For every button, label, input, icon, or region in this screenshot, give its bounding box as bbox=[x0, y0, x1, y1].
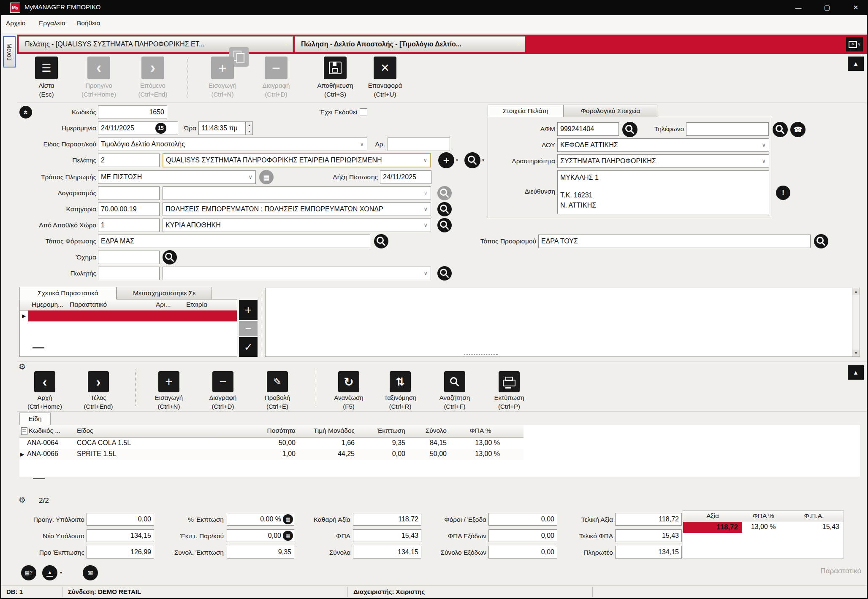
minimize-button[interactable]: — bbox=[789, 2, 808, 13]
customer-code-field[interactable]: 2 bbox=[98, 154, 160, 167]
salesman-code-field[interactable] bbox=[98, 267, 160, 280]
gear-icon[interactable]: ⚙ bbox=[19, 362, 26, 372]
location-pin-icon[interactable]: ! bbox=[776, 186, 790, 200]
search-warehouse-icon[interactable] bbox=[437, 218, 452, 232]
insert-button[interactable]: + bbox=[211, 57, 234, 79]
vehicle-field[interactable] bbox=[98, 251, 160, 264]
sidebar-menu-tab[interactable]: Μενού bbox=[3, 36, 16, 67]
vat-exp-field[interactable]: 0,00 bbox=[488, 529, 557, 542]
payment-select[interactable]: ΜΕ ΠΙΣΤΩΣΗ ∨ bbox=[98, 170, 256, 184]
tab-customer[interactable]: Πελάτης - [QUALISYS ΣΥΣΤΗΜΑΤΑ ΠΛΗΡΟΦΟΡΙΚ… bbox=[19, 36, 293, 52]
doy-select[interactable]: ΚΕΦΟΔΕ ΑΤΤΙΚΗΣ ∨ bbox=[557, 138, 769, 152]
destination-field[interactable]: ΕΔΡΑ ΤΟΥΣ bbox=[538, 235, 811, 248]
phone-field[interactable] bbox=[686, 122, 769, 136]
calculator-icon[interactable]: ▦ bbox=[283, 531, 293, 541]
search-customer-icon[interactable] bbox=[464, 152, 480, 168]
issued-checkbox[interactable] bbox=[360, 108, 367, 116]
view-button[interactable]: ✎ bbox=[267, 371, 288, 392]
save-button[interactable] bbox=[324, 57, 347, 79]
before-disc-field[interactable]: 126,99 bbox=[87, 546, 154, 559]
db-info-icon[interactable]: ▤? bbox=[21, 565, 36, 580]
caret-small-icon[interactable]: ▾ bbox=[482, 158, 484, 162]
notes-area[interactable]: ▲ ▼ bbox=[265, 288, 860, 357]
close-button[interactable]: ✕ bbox=[846, 2, 865, 13]
menu-file[interactable]: Αρχείο bbox=[6, 19, 25, 27]
insert-row-button[interactable]: + bbox=[158, 371, 179, 392]
tab-customer-details[interactable]: Στοιχεία Πελάτη bbox=[488, 105, 564, 117]
net-field[interactable]: 118,72 bbox=[353, 513, 421, 526]
add-customer-icon[interactable]: + bbox=[438, 152, 454, 168]
previous-button[interactable]: ‹ bbox=[87, 57, 110, 79]
export-icon[interactable]: ▲ bbox=[42, 565, 57, 580]
vat-field[interactable]: 15,43 bbox=[353, 529, 421, 542]
confirm-row-button[interactable]: ✓ bbox=[239, 337, 258, 357]
maximize-button[interactable]: ▢ bbox=[817, 2, 837, 13]
total-exp-field[interactable]: 0,00 bbox=[488, 546, 557, 559]
time-spinner[interactable]: ▴ ▾ bbox=[246, 121, 253, 135]
address-field[interactable]: ΜΥΚΑΛΗΣ 1 Τ.Κ. 16231 Ν. ΑΤΤΙΚΗΣ bbox=[557, 170, 769, 214]
phone-call-icon[interactable]: ☎ bbox=[790, 122, 806, 137]
search-salesman-icon[interactable] bbox=[437, 266, 452, 281]
gear-icon[interactable]: ⚙ bbox=[19, 495, 26, 505]
new-balance-field[interactable]: 134,15 bbox=[87, 529, 154, 542]
tab-transformed-to[interactable]: Μετασχηματίστηκε Σε bbox=[117, 287, 212, 300]
scroll-down-icon[interactable]: ▼ bbox=[852, 350, 860, 356]
collapse-panel-button[interactable]: ▲ bbox=[848, 57, 864, 71]
tab-list-button[interactable]: ✕ ∨ bbox=[846, 37, 863, 51]
tab-close-icon[interactable]: ✕ bbox=[512, 41, 525, 48]
search-afm-icon[interactable] bbox=[622, 122, 637, 137]
add-row-button[interactable]: + bbox=[239, 300, 258, 320]
category-code-field[interactable]: 70.00.00.19 bbox=[98, 202, 160, 216]
credit-due-field[interactable]: 24/11/2025 bbox=[380, 170, 431, 184]
total-disc-field[interactable]: 9,35 bbox=[227, 546, 294, 559]
search-vehicle-icon[interactable] bbox=[163, 250, 177, 264]
last-button[interactable]: › bbox=[88, 371, 109, 392]
payment-terms-icon[interactable]: ▤ bbox=[259, 170, 274, 184]
final-vat-field[interactable]: 15,43 bbox=[615, 529, 682, 542]
tab-close-icon[interactable]: ✕ bbox=[280, 41, 293, 48]
scroll-up-icon[interactable]: ▲ bbox=[852, 288, 860, 295]
first-button[interactable]: ‹ bbox=[34, 371, 55, 392]
remove-row-button[interactable]: − bbox=[239, 321, 258, 336]
delete-row-button[interactable]: − bbox=[212, 371, 233, 392]
caret-small-icon[interactable]: ▾ bbox=[60, 570, 62, 575]
prev-balance-field[interactable]: 0,00 bbox=[87, 513, 154, 526]
number-field[interactable] bbox=[388, 138, 450, 151]
search-account-icon[interactable] bbox=[437, 186, 452, 200]
customer-name-select[interactable]: QUALISYS ΣΥΣΤΗΜΑΤΑ ΠΛΗΡΟΦΟΡΙΚΗΣ ΕΤΑΙΡΕΙΑ… bbox=[163, 153, 431, 167]
doc-type-select[interactable]: Τιμολόγιο Δελτίο Αποστολής ∨ bbox=[98, 138, 367, 151]
final-value-field[interactable]: 118,72 bbox=[615, 513, 682, 526]
mail-icon[interactable]: ✉ bbox=[83, 565, 98, 580]
list-button[interactable]: ☰ bbox=[35, 57, 58, 79]
taxes-field[interactable]: 0,00 bbox=[488, 513, 557, 526]
loading-place-field[interactable]: ΕΔΡΑ ΜΑΣ bbox=[98, 235, 370, 248]
search-loading-place-icon[interactable] bbox=[374, 234, 388, 248]
calculator-icon[interactable]: ▦ bbox=[283, 514, 293, 524]
tab-items[interactable]: Είδη bbox=[19, 413, 51, 425]
collapse-panel-button[interactable]: ▲ bbox=[848, 365, 864, 380]
tab-tax-details[interactable]: Φορολογικά Στοιχεία bbox=[564, 105, 657, 117]
payable-field[interactable]: 134,15 bbox=[615, 546, 682, 559]
total-field[interactable]: 134,15 bbox=[353, 546, 421, 559]
table-row[interactable]: ▶ ANA-0066 SPRITE 1.5L 1,00 44,25 0,00 5… bbox=[19, 449, 524, 460]
category-name-select[interactable]: ΠΩΛΗΣΕΙΣ ΕΜΠΟΡΕΥΜΑΤΩΝ : ΠΩΛΗΣΕΙΣ ΕΜΠΟΡΕΥ… bbox=[163, 202, 431, 216]
menu-tools[interactable]: Εργαλεία bbox=[39, 19, 65, 27]
calendar-icon[interactable]: 15 bbox=[155, 123, 166, 134]
time-field[interactable]: 11:48:35 πμ bbox=[198, 121, 246, 135]
undo-button[interactable]: ✕ bbox=[374, 57, 396, 79]
caret-small-icon[interactable]: ▾ bbox=[456, 158, 458, 162]
notes-scrollbar[interactable]: ▲ ▼ bbox=[852, 288, 860, 356]
afm-field[interactable]: 999241404 bbox=[557, 122, 619, 136]
selected-empty-row[interactable] bbox=[28, 310, 237, 321]
search-phone-icon[interactable] bbox=[773, 122, 788, 137]
sort-button[interactable]: ⇅ bbox=[390, 371, 411, 392]
next-button[interactable]: › bbox=[141, 57, 164, 79]
menu-help[interactable]: Βοήθεια bbox=[77, 19, 100, 27]
search-destination-icon[interactable] bbox=[814, 234, 828, 248]
splitter-handle[interactable] bbox=[33, 347, 44, 348]
warehouse-name-select[interactable]: ΚΥΡΙΑ ΑΠΟΘΗΚΗ ∨ bbox=[163, 219, 431, 232]
search-button[interactable] bbox=[444, 371, 465, 392]
splitter-handle[interactable] bbox=[33, 478, 45, 479]
warehouse-code-field[interactable]: 1 bbox=[98, 219, 160, 232]
account-code-field[interactable] bbox=[98, 186, 160, 200]
